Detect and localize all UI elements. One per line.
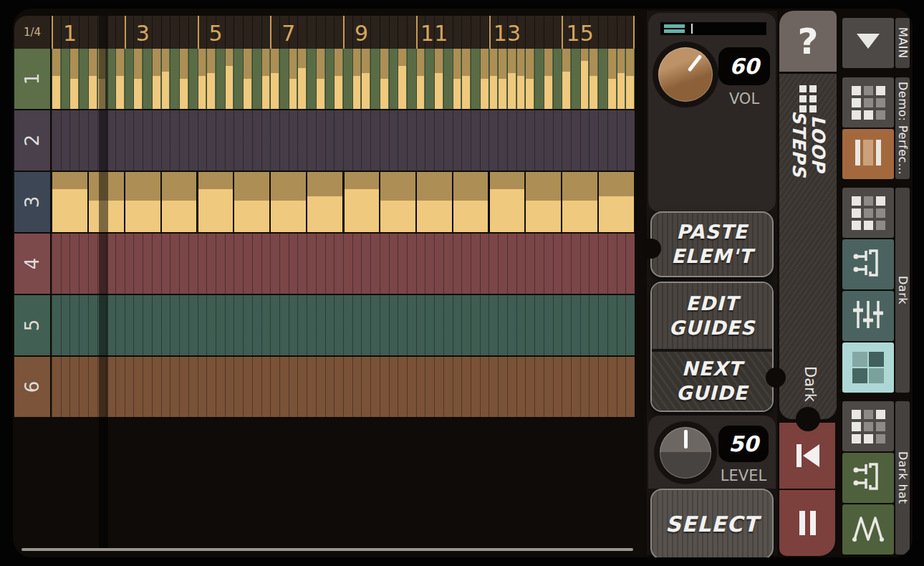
seq-step[interactable]: [353, 49, 361, 109]
seq-step[interactable]: [526, 172, 561, 232]
select-button[interactable]: SELECT: [650, 489, 774, 557]
track-row-1[interactable]: [52, 49, 635, 109]
seq-step[interactable]: [562, 49, 570, 109]
timeline-ruler[interactable]: 13579111315: [52, 16, 635, 49]
module-tile-grid[interactable]: [842, 188, 894, 238]
seq-step[interactable]: [52, 49, 60, 109]
guide-buttons: EDIT GUIDES NEXT GUIDE: [650, 282, 774, 412]
seq-step[interactable]: [298, 49, 306, 109]
seq-step[interactable]: [581, 49, 589, 109]
track-label-3[interactable]: 3: [14, 172, 50, 232]
seq-step[interactable]: [234, 172, 269, 232]
track-label-4[interactable]: 4: [14, 234, 50, 294]
seq-step[interactable]: [162, 49, 170, 109]
skip-to-start-button[interactable]: [779, 423, 835, 489]
seq-step[interactable]: [599, 172, 634, 232]
module-tile-quad[interactable]: [842, 342, 894, 393]
seq-step[interactable]: [335, 49, 342, 109]
track-label-1[interactable]: 1: [14, 49, 50, 109]
track-label-2[interactable]: 2: [14, 110, 50, 171]
seq-step[interactable]: [70, 49, 78, 109]
seq-step[interactable]: [526, 49, 534, 109]
horizontal-scrollbar[interactable]: [21, 548, 633, 551]
seq-step[interactable]: [125, 172, 160, 232]
seq-step[interactable]: [490, 49, 498, 109]
seq-step[interactable]: [517, 49, 525, 109]
ruler-tick: [633, 16, 635, 49]
seq-step[interactable]: [198, 172, 234, 232]
seq-step[interactable]: [608, 49, 616, 109]
module-tile-columns[interactable]: [842, 129, 894, 179]
module-tile-patch[interactable]: [842, 453, 894, 503]
seq-step[interactable]: [417, 172, 452, 232]
seq-step[interactable]: [380, 49, 388, 109]
track-label-6[interactable]: 6: [14, 357, 50, 417]
bar-line: [342, 172, 345, 232]
track-label-5[interactable]: 5: [14, 295, 50, 355]
track-row-3[interactable]: [52, 172, 635, 232]
seq-step[interactable]: [362, 49, 370, 109]
loop-steps-tab[interactable]: LOOP STEPS Dark: [779, 74, 837, 419]
seq-step[interactable]: [490, 172, 525, 232]
columns-icon: [851, 135, 885, 173]
seq-step[interactable]: [453, 172, 489, 232]
seq-step[interactable]: [162, 172, 197, 232]
seq-step[interactable]: [317, 49, 324, 109]
tab-strip: ? LOOP STEPS Dark: [779, 11, 837, 557]
seq-step[interactable]: [116, 49, 124, 109]
seq-step[interactable]: [508, 49, 516, 109]
meter-bar-left: [664, 24, 685, 28]
pause-button[interactable]: [779, 490, 835, 556]
seq-step[interactable]: [207, 49, 215, 109]
seq-step[interactable]: [462, 49, 470, 109]
seq-step[interactable]: [134, 49, 142, 109]
track-row-2[interactable]: [52, 110, 635, 171]
seq-step[interactable]: [307, 172, 342, 232]
seq-step[interactable]: [435, 49, 443, 109]
seq-step[interactable]: [153, 49, 160, 109]
knob-pointer: [684, 430, 688, 449]
seq-step[interactable]: [180, 49, 188, 109]
seq-step[interactable]: [417, 49, 425, 109]
seq-step[interactable]: [380, 172, 415, 232]
volume-knob[interactable]: [653, 42, 718, 107]
seq-step[interactable]: [562, 172, 597, 232]
seq-step[interactable]: [226, 49, 234, 109]
module-tile-patch[interactable]: [842, 239, 894, 289]
help-tab[interactable]: ?: [779, 11, 837, 72]
track-row-4[interactable]: [52, 234, 635, 294]
module-tile-mixer[interactable]: [842, 291, 894, 341]
seq-step[interactable]: [398, 49, 406, 109]
seq-step[interactable]: [244, 49, 251, 109]
question-mark-icon: ?: [797, 21, 818, 62]
seq-step[interactable]: [499, 49, 506, 109]
seq-step[interactable]: [626, 49, 634, 109]
ruler-tick: [416, 16, 418, 49]
track-row-6[interactable]: [52, 357, 635, 417]
seq-step[interactable]: [271, 49, 279, 109]
seq-step[interactable]: [198, 49, 206, 109]
seq-step[interactable]: [453, 49, 461, 109]
level-knob[interactable]: [654, 421, 717, 484]
module-tile-triangle-down[interactable]: [842, 18, 894, 68]
grid-resolution-label[interactable]: 1/4: [14, 16, 50, 49]
module-tile-wave[interactable]: [842, 504, 894, 555]
track-row-5[interactable]: [52, 295, 635, 355]
module-tile-grid[interactable]: [842, 401, 894, 451]
seq-step[interactable]: [617, 49, 625, 109]
module-tile-grid[interactable]: [842, 77, 894, 128]
seq-step[interactable]: [344, 172, 379, 232]
seq-step[interactable]: [481, 49, 489, 109]
next-guide-button[interactable]: NEXT GUIDE: [652, 352, 772, 411]
seq-step[interactable]: [262, 49, 270, 109]
grid-icon: [852, 196, 885, 230]
ruler-beat-number: 11: [416, 19, 453, 47]
seq-step[interactable]: [271, 172, 306, 232]
seq-step[interactable]: [589, 49, 597, 109]
seq-step[interactable]: [89, 49, 97, 109]
edit-guides-button[interactable]: EDIT GUIDES: [652, 283, 772, 350]
paste-element-button[interactable]: PASTE ELEM'T: [650, 211, 774, 277]
seq-step[interactable]: [544, 49, 552, 109]
seq-step[interactable]: [289, 49, 297, 109]
seq-step[interactable]: [52, 172, 87, 232]
